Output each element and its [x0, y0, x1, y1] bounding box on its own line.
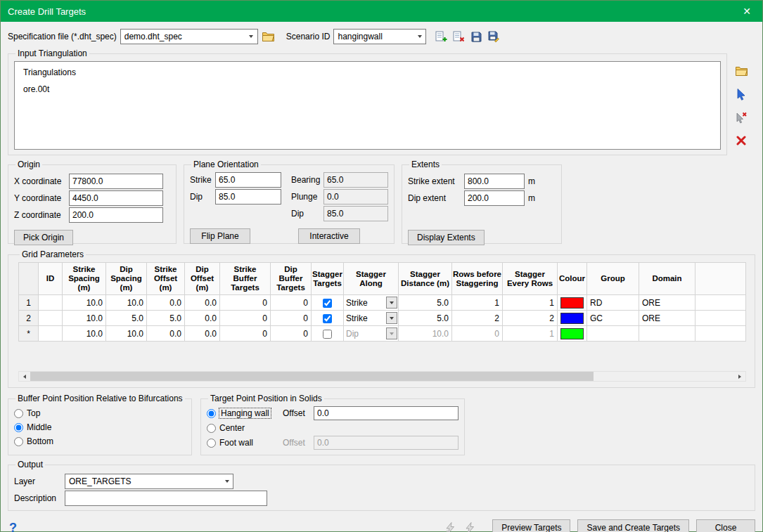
grid-cell-1-stagger_every[interactable]: 1: [503, 295, 558, 311]
grid-col-rows_before[interactable]: Rows before Staggering: [452, 263, 503, 295]
grid-cell-*-stagger_along[interactable]: Dip: [344, 326, 399, 342]
colour-swatch[interactable]: [560, 328, 584, 339]
grid-cell-1-strike_buffer[interactable]: 0: [220, 295, 271, 311]
grid-cell-*-stagger_distance[interactable]: 10.0: [399, 326, 452, 342]
grid-cell-2-strike_offset[interactable]: 5.0: [147, 311, 185, 326]
y-coordinate-field[interactable]: [69, 190, 163, 206]
center-option[interactable]: Center: [207, 421, 283, 435]
grid-cell-1-id[interactable]: [39, 295, 63, 311]
grid-cell-2-id[interactable]: [39, 311, 63, 326]
chevron-down-icon[interactable]: [413, 30, 425, 44]
grid-col-strike_spacing[interactable]: Strike Spacing (m): [63, 263, 106, 295]
checkbox-stagger_targets-row-1[interactable]: [323, 299, 332, 308]
grid-cell-*-group[interactable]: [587, 326, 639, 342]
grid-rowheader-2[interactable]: 2: [19, 311, 39, 326]
x-coordinate-field[interactable]: [69, 174, 163, 189]
grid-col-strike_offset[interactable]: Strike Offset (m): [147, 263, 185, 295]
grid-cell-1-dip_spacing[interactable]: 10.0: [106, 295, 147, 311]
grid-cell-1-stagger_along[interactable]: Strike: [344, 295, 399, 311]
close-button[interactable]: Close: [696, 519, 755, 532]
grid-cell-*-dip_buffer[interactable]: 0: [271, 326, 312, 342]
flip-plane-button[interactable]: Flip Plane: [190, 228, 250, 244]
chevron-down-icon[interactable]: [386, 312, 397, 324]
z-coordinate-field[interactable]: [69, 207, 163, 223]
grid-col-strike_buffer[interactable]: Strike Buffer Targets: [220, 263, 271, 295]
save-icon[interactable]: [469, 30, 483, 44]
grid-cell-2-dip_buffer[interactable]: 0: [271, 311, 312, 326]
close-icon[interactable]: ✕: [731, 1, 762, 22]
buffer-option-bottom[interactable]: Bottom: [14, 434, 186, 448]
remove-all-icon[interactable]: [734, 134, 748, 148]
display-extents-button[interactable]: Display Extents: [408, 230, 485, 245]
foot-wall-radio[interactable]: [207, 439, 216, 448]
strike-extent-field[interactable]: [464, 174, 525, 189]
scrollbar-thumb[interactable]: [30, 372, 594, 381]
buffer-option-top[interactable]: Top: [14, 406, 186, 420]
grid-col-colour[interactable]: Colour: [558, 263, 587, 295]
triangulation-listbox[interactable]: Triangulations ore.00t: [14, 61, 721, 150]
grid-col-id[interactable]: ID: [39, 263, 63, 295]
grid-col-dip_buffer[interactable]: Dip Buffer Targets: [271, 263, 312, 295]
grid-cell-2-stagger_every[interactable]: 2: [503, 311, 558, 326]
grid-cell-1-rows_before[interactable]: 1: [452, 295, 503, 311]
chevron-down-icon[interactable]: [221, 474, 233, 488]
grid-cell-*-strike_spacing[interactable]: 10.0: [63, 326, 106, 342]
grid-col-stagger_distance[interactable]: Stagger Distance (m): [399, 263, 452, 295]
load-folder-icon[interactable]: [734, 64, 748, 78]
grid-col-stagger_along[interactable]: Stagger Along: [344, 263, 399, 295]
grid-cell-1-strike_offset[interactable]: 0.0: [147, 295, 185, 311]
interactive-button[interactable]: Interactive: [298, 228, 360, 244]
chevron-down-icon[interactable]: [386, 327, 397, 339]
save-as-icon[interactable]: [487, 30, 501, 44]
grid-cell-1-group[interactable]: RD: [587, 295, 639, 311]
chevron-down-icon[interactable]: [245, 30, 257, 44]
grid-col-stagger_every[interactable]: Stagger Every Rows: [503, 263, 558, 295]
grid-cell-*-stagger_every[interactable]: 1: [503, 326, 558, 342]
layer-combobox[interactable]: ORE_TARGETS: [65, 474, 233, 489]
grid-cell-*-domain[interactable]: [639, 326, 695, 342]
hanging-wall-option[interactable]: Hanging wall: [207, 406, 283, 420]
scenario-combobox[interactable]: hangingwall: [333, 29, 426, 44]
grid-cell-*-id[interactable]: [39, 326, 63, 342]
dip-extent-field[interactable]: [464, 190, 525, 206]
spec-file-combobox[interactable]: demo.dht_spec: [120, 29, 258, 44]
pick-origin-button[interactable]: Pick Origin: [14, 230, 73, 245]
chevron-down-icon[interactable]: [386, 297, 397, 309]
preview-targets-button[interactable]: Preview Targets: [492, 519, 570, 532]
grid-cell-*-dip_spacing[interactable]: 10.0: [106, 326, 147, 342]
grid-horizontal-scrollbar[interactable]: [18, 371, 746, 382]
checkbox-stagger_targets-row-*[interactable]: [323, 330, 332, 339]
grid-cell-2-domain[interactable]: ORE: [639, 311, 695, 326]
browse-folder-icon[interactable]: [262, 30, 276, 44]
description-field[interactable]: [65, 491, 267, 506]
grid-cell-2-dip_spacing[interactable]: 5.0: [106, 311, 147, 326]
triangulation-list-item[interactable]: ore.00t: [23, 84, 712, 94]
grid-rowheader-*[interactable]: *: [19, 326, 39, 342]
checkbox-stagger_targets-row-2[interactable]: [323, 314, 332, 323]
hanging-wall-radio[interactable]: [207, 409, 216, 418]
grid-cell-1-dip_offset[interactable]: 0.0: [185, 295, 220, 311]
grid-cell-1-stagger_targets[interactable]: [312, 295, 344, 311]
scrollbar-track[interactable]: [30, 372, 734, 381]
lightning-left-icon[interactable]: [443, 521, 457, 532]
deselect-arrow-icon[interactable]: [734, 110, 748, 124]
save-and-create-targets-button[interactable]: Save and Create Targets: [577, 519, 689, 532]
offset-field[interactable]: [314, 406, 459, 420]
grid-cell-1-dip_buffer[interactable]: 0: [271, 295, 312, 311]
grid-col-stagger_targets[interactable]: Stagger Targets: [312, 263, 344, 295]
scroll-right-icon[interactable]: [734, 372, 745, 381]
new-scenario-icon[interactable]: [434, 30, 448, 44]
grid-col-dip_spacing[interactable]: Dip Spacing (m): [106, 263, 147, 295]
grid-cell-1-stagger_distance[interactable]: 5.0: [399, 295, 452, 311]
select-arrow-icon[interactable]: [734, 87, 748, 101]
grid-cell-2-dip_offset[interactable]: 0.0: [185, 311, 220, 326]
grid-rowheader-1[interactable]: 1: [19, 295, 39, 311]
dip-field[interactable]: [215, 189, 281, 205]
grid-cell-*-strike_buffer[interactable]: 0: [220, 326, 271, 342]
grid-cell-1-strike_spacing[interactable]: 10.0: [63, 295, 106, 311]
grid-cell-2-stagger_distance[interactable]: 5.0: [399, 311, 452, 326]
grid-cell-2-group[interactable]: GC: [587, 311, 639, 326]
grid-cell-*-dip_offset[interactable]: 0.0: [185, 326, 220, 342]
grid-cell-*-colour[interactable]: [558, 326, 587, 342]
buffer-radio-top[interactable]: [14, 409, 23, 418]
